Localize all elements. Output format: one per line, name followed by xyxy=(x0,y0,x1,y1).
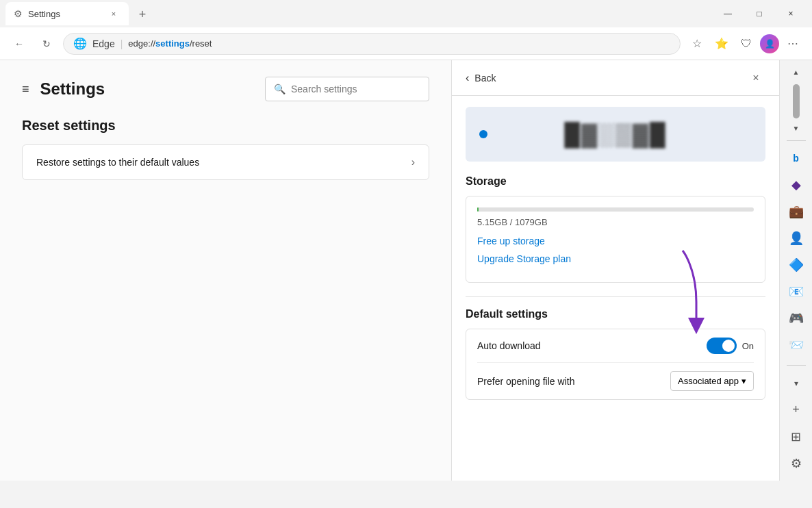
associated-app-select[interactable]: Associated app ▾ xyxy=(670,371,754,391)
storage-usage-text: 5.15GB / 1079GB xyxy=(477,217,754,227)
settings-title: Settings xyxy=(40,79,105,99)
sidebar-expand-icon[interactable]: ▾ xyxy=(784,371,809,395)
image-area: █▓░▒▓█ xyxy=(466,107,765,162)
sidebar-icon-games[interactable]: 🎮 xyxy=(784,306,809,330)
sidebar-icon-wallet[interactable]: 💼 xyxy=(784,200,809,224)
main-layout: ≡ Settings 🔍 Reset settings Restore sett… xyxy=(0,60,812,481)
dropdown-arrow-icon: ▾ xyxy=(741,376,746,386)
title-bar: ⚙ Settings × + — □ × xyxy=(0,0,812,27)
sidebar-icon-collections[interactable]: ◆ xyxy=(784,173,809,197)
panel-header: ‹ Back × xyxy=(452,60,779,96)
new-tab-button[interactable]: + xyxy=(131,3,153,25)
address-bar: ← ↻ 🌐 Edge | edge://settings/reset ☆ ⭐ 🛡… xyxy=(0,27,812,60)
auto-download-label: Auto download xyxy=(477,340,541,351)
sidebar-icon-edge[interactable]: 🔷 xyxy=(784,253,809,277)
qr-code-image: █▓░▒▓█ xyxy=(564,122,666,147)
reset-section-title: Reset settings xyxy=(22,118,429,134)
settings-panel: ≡ Settings 🔍 Reset settings Restore sett… xyxy=(0,60,452,481)
sidebar-add-icon[interactable]: + xyxy=(784,398,809,422)
reload-button[interactable]: ↻ xyxy=(36,33,58,55)
sidebar-icon-profile[interactable]: 👤 xyxy=(784,227,809,251)
settings-tab[interactable]: ⚙ Settings × xyxy=(5,2,129,25)
back-chevron-icon: ‹ xyxy=(466,72,469,84)
toggle-wrap: On xyxy=(707,338,754,354)
settings-header: ≡ Settings 🔍 xyxy=(22,77,429,101)
browser-brand: Edge xyxy=(92,38,115,49)
toolbar-icons: ☆ ⭐ 🛡 👤 ⋯ xyxy=(686,33,804,55)
sidebar-settings-icon[interactable]: ⚙ xyxy=(784,451,809,475)
menu-icon[interactable]: ≡ xyxy=(22,82,29,97)
search-input[interactable] xyxy=(291,84,420,94)
favorites-icon[interactable]: ☆ xyxy=(686,33,708,55)
collections-icon[interactable]: ⭐ xyxy=(711,33,733,55)
scrollbar-thumb[interactable] xyxy=(793,84,800,118)
sidebar-icon-mail[interactable]: 📨 xyxy=(784,333,809,357)
edge-logo-icon: 🌐 xyxy=(73,37,87,50)
scroll-up-button[interactable]: ▲ xyxy=(791,66,801,79)
search-box[interactable]: 🔍 xyxy=(265,77,429,101)
minimize-button[interactable]: — xyxy=(712,3,744,25)
reset-section: Reset settings Restore settings to their… xyxy=(22,118,429,180)
right-panel: ‹ Back × █▓░▒▓█ Storage 5.15GB / 1079GB … xyxy=(452,60,779,481)
back-button-panel[interactable]: ‹ Back xyxy=(466,72,496,84)
default-settings-section: Default settings Auto download xyxy=(466,296,765,400)
tab-close-button[interactable]: × xyxy=(107,7,120,21)
restore-card-text: Restore settings to their default values xyxy=(36,157,199,168)
upgrade-storage-link[interactable]: Upgrade Storage plan xyxy=(477,253,754,264)
tab-settings-icon: ⚙ xyxy=(14,8,23,19)
sidebar-divider xyxy=(787,140,806,141)
tab-label: Settings xyxy=(28,9,60,19)
toggle-on-label: On xyxy=(742,341,754,351)
default-settings-title: Default settings xyxy=(466,308,765,320)
sidebar-icon-outlook[interactable]: 📧 xyxy=(784,279,809,303)
window-controls: — □ × xyxy=(712,3,807,25)
sidebar-icon-bing[interactable]: b xyxy=(784,147,809,170)
scroll-down-button[interactable]: ▼ xyxy=(791,121,801,134)
profile-avatar[interactable]: 👤 xyxy=(760,34,779,53)
prefer-opening-row: Prefer opening file with Associated app … xyxy=(477,363,754,399)
address-input[interactable]: 🌐 Edge | edge://settings/reset xyxy=(63,33,681,55)
associated-app-text: Associated app xyxy=(678,376,739,386)
blue-dot xyxy=(479,130,487,138)
chevron-right-icon: › xyxy=(411,156,415,168)
sidebar-right: ▲ ▼ b ◆ 💼 👤 🔷 📧 🎮 📨 ▾ + ⊞ ⚙ xyxy=(779,60,812,481)
sidebar-grid-icon[interactable]: ⊞ xyxy=(784,424,809,448)
toggle-thumb xyxy=(722,340,735,352)
back-button[interactable]: ← xyxy=(8,33,30,55)
auto-download-row: Auto download On xyxy=(477,329,754,363)
panel-close-button[interactable]: × xyxy=(746,68,765,88)
panel-content: █▓░▒▓█ Storage 5.15GB / 1079GB Free up s… xyxy=(452,96,779,481)
sidebar-divider-2 xyxy=(787,365,806,366)
restore-settings-card[interactable]: Restore settings to their default values… xyxy=(22,144,429,180)
more-menu-icon[interactable]: ⋯ xyxy=(782,33,804,55)
prefer-opening-label: Prefer opening file with xyxy=(477,376,574,387)
maximize-button[interactable]: □ xyxy=(744,3,775,25)
auto-download-toggle[interactable] xyxy=(707,338,737,354)
back-label: Back xyxy=(474,73,496,84)
close-button[interactable]: × xyxy=(775,3,807,25)
storage-section-title: Storage xyxy=(466,175,765,188)
browser-essentials-icon[interactable]: 🛡 xyxy=(735,33,757,55)
url-text: edge://settings/reset xyxy=(128,38,212,49)
storage-bar xyxy=(477,207,754,212)
free-up-storage-link[interactable]: Free up storage xyxy=(477,236,754,246)
storage-bar-fill xyxy=(477,207,479,212)
search-icon: 🔍 xyxy=(274,84,286,94)
url-divider: | xyxy=(120,38,123,49)
